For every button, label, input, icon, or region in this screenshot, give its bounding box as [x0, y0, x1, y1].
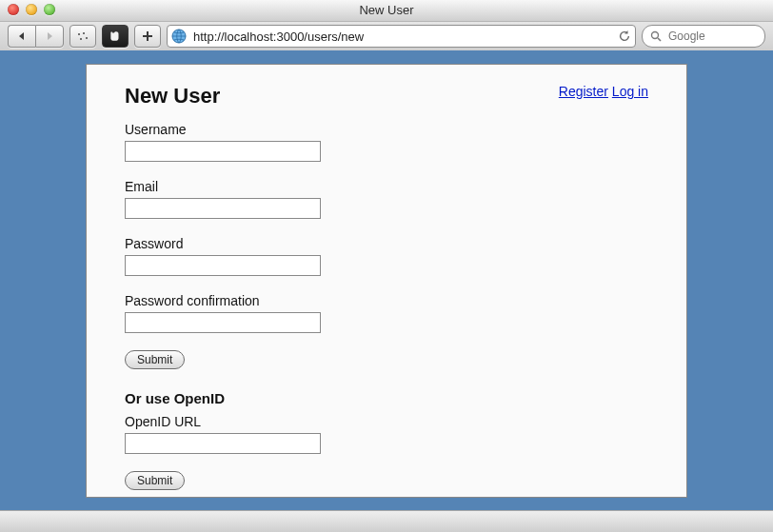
field-email: Email — [125, 179, 648, 219]
search-input[interactable] — [666, 29, 757, 44]
plus-icon — [142, 30, 153, 42]
nav-button-group — [8, 25, 64, 48]
globe-icon — [171, 29, 187, 44]
search-bar[interactable] — [642, 25, 765, 48]
password-input[interactable] — [125, 255, 321, 276]
field-password: Password — [125, 236, 648, 276]
header-links: Register Log in — [559, 84, 648, 99]
submit-openid-button[interactable]: Submit — [125, 471, 185, 490]
svg-point-1 — [78, 33, 80, 35]
openid-url-input[interactable] — [125, 433, 321, 454]
elephant-icon — [109, 30, 122, 43]
sparkle-icon — [75, 30, 90, 42]
svg-point-3 — [86, 37, 88, 39]
svg-rect-0 — [75, 30, 90, 42]
search-icon — [650, 30, 662, 42]
svg-point-8 — [652, 32, 659, 39]
url-input[interactable] — [191, 29, 613, 45]
svg-line-9 — [658, 38, 661, 41]
svg-point-2 — [83, 32, 85, 34]
viewport: Register Log in New User Username Email … — [0, 50, 773, 511]
back-button[interactable] — [8, 25, 35, 48]
address-bar[interactable] — [167, 25, 636, 48]
login-link[interactable]: Log in — [612, 84, 648, 99]
register-link[interactable]: Register — [559, 84, 608, 99]
openid-heading: Or use OpenID — [125, 390, 648, 406]
email-input[interactable] — [125, 198, 321, 219]
svg-point-4 — [80, 38, 82, 40]
toolbar-extension-button-1[interactable] — [69, 25, 96, 48]
openid-url-label: OpenID URL — [125, 414, 648, 429]
evernote-button[interactable] — [102, 25, 129, 48]
username-input[interactable] — [125, 141, 321, 162]
forward-button[interactable] — [35, 25, 64, 48]
titlebar: New User — [0, 0, 773, 22]
svg-rect-6 — [143, 35, 152, 37]
password-confirmation-input[interactable] — [125, 312, 321, 333]
field-openid-url: OpenID URL — [125, 414, 648, 454]
submit-button[interactable]: Submit — [125, 350, 185, 369]
password-label: Password — [125, 236, 648, 251]
field-username: Username — [125, 122, 648, 162]
triangle-left-icon — [17, 31, 27, 41]
browser-window: New User — [0, 0, 773, 532]
status-bar — [0, 510, 773, 532]
triangle-right-icon — [45, 31, 54, 41]
add-bookmark-button[interactable] — [134, 25, 161, 48]
window-title: New User — [0, 3, 773, 17]
browser-toolbar — [0, 22, 773, 51]
field-password-confirmation: Password confirmation — [125, 293, 648, 333]
reload-icon[interactable] — [618, 30, 631, 43]
password-confirmation-label: Password confirmation — [125, 293, 648, 308]
page-content: Register Log in New User Username Email … — [86, 64, 687, 498]
email-label: Email — [125, 179, 648, 194]
username-label: Username — [125, 122, 648, 137]
